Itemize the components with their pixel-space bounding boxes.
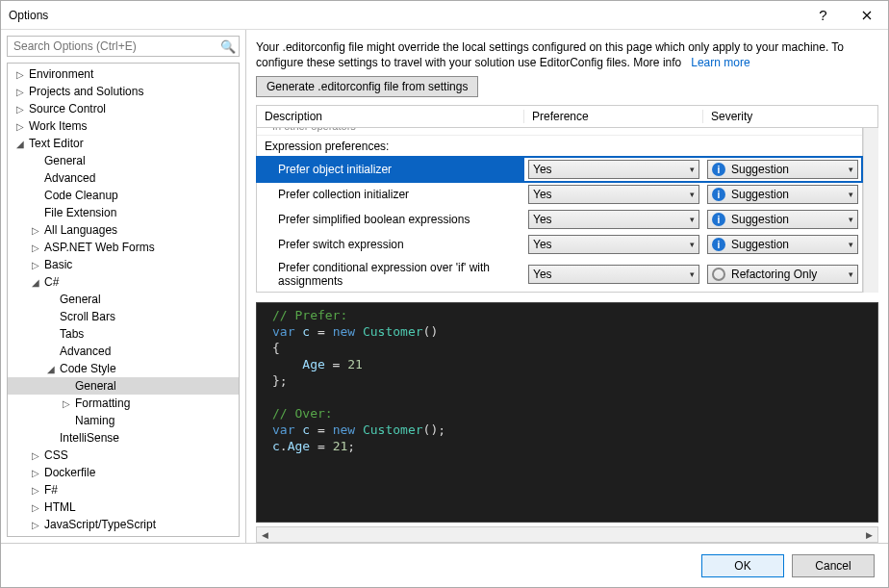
tree-item[interactable]: ▷Formatting (8, 395, 239, 412)
ok-button[interactable]: OK (701, 554, 784, 577)
severity-combo[interactable]: Refactoring Only▾ (707, 265, 858, 284)
options-tree[interactable]: ▷Environment▷Projects and Solutions▷Sour… (7, 63, 240, 537)
tree-item-label: General (73, 379, 116, 393)
tree-item[interactable]: ▷Basic (8, 256, 239, 273)
settings-grid: In other operators Expression preference… (256, 128, 863, 293)
col-preference[interactable]: Preference (524, 110, 703, 123)
severity-combo[interactable]: iSuggestion▾ (707, 185, 858, 204)
learn-more-link[interactable]: Learn more (691, 56, 749, 69)
tree-item[interactable]: ▷Projects and Solutions (8, 83, 239, 100)
tree-item[interactable]: ▷Source Control (8, 100, 239, 117)
tree-item[interactable]: ▷Work Items (8, 117, 239, 135)
tree-twisty-icon[interactable]: ▷ (29, 225, 42, 236)
combo-value: Yes (533, 188, 552, 201)
severity-combo[interactable]: iSuggestion▾ (707, 235, 858, 254)
tree-item[interactable]: Code Cleanup (8, 187, 239, 204)
settings-row[interactable]: Prefer switch expressionYes▾iSuggestion▾ (257, 232, 862, 257)
tree-twisty-icon[interactable]: ◢ (29, 277, 42, 288)
chevron-down-icon: ▾ (849, 190, 853, 199)
combo-value: Suggestion (731, 163, 789, 176)
settings-row[interactable]: Prefer simplified boolean expressionsYes… (257, 207, 862, 232)
search-icon[interactable]: 🔍 (217, 39, 239, 54)
help-button[interactable]: ? (801, 1, 845, 30)
preference-combo[interactable]: Yes▾ (528, 185, 699, 204)
tree-item-label: File Extension (42, 206, 116, 219)
tree-item[interactable]: ◢Code Style (8, 360, 239, 377)
tree-item[interactable]: ▷CSS (8, 447, 239, 464)
settings-row[interactable]: Prefer conditional expression over 'if' … (257, 257, 862, 292)
severity-combo[interactable]: iSuggestion▾ (707, 160, 858, 179)
tree-item[interactable]: Tabs (8, 325, 239, 343)
col-description[interactable]: Description (257, 110, 524, 123)
settings-row[interactable]: Prefer collection initializerYes▾iSugges… (257, 182, 862, 207)
tree-twisty-icon[interactable]: ▷ (29, 260, 42, 270)
tree-item-label: General (42, 154, 86, 167)
tree-item[interactable]: File Extension (8, 204, 239, 221)
tree-item[interactable]: Advanced (8, 169, 239, 187)
close-button[interactable] (845, 1, 888, 30)
tree-item[interactable]: ◢Text Editor (8, 135, 239, 152)
tree-item-label: Code Cleanup (42, 189, 118, 202)
tree-twisty-icon[interactable]: ▷ (29, 468, 42, 478)
tree-item-label: ASP.NET Web Forms (42, 241, 155, 254)
tree-item[interactable]: ▷Environment (8, 65, 239, 83)
tree-item-label: Scroll Bars (58, 310, 115, 323)
tree-twisty-icon[interactable]: ▷ (29, 450, 42, 461)
window-title: Options (9, 9, 801, 22)
preference-combo[interactable]: Yes▾ (528, 265, 699, 284)
tree-twisty-icon[interactable]: ▷ (29, 243, 42, 253)
info-text: Your .editorconfig file might override t… (256, 39, 878, 70)
tree-item[interactable]: ▷ASP.NET Web Forms (8, 239, 239, 256)
tree-item[interactable]: General (8, 291, 239, 308)
tree-item-label: Source Control (27, 102, 106, 115)
tree-item[interactable]: ◢C# (8, 273, 239, 291)
tree-twisty-icon[interactable]: ▷ (13, 87, 27, 97)
preference-combo[interactable]: Yes▾ (528, 210, 699, 229)
scroll-right-icon[interactable]: ▶ (861, 527, 877, 542)
search-input[interactable] (8, 39, 217, 53)
tree-twisty-icon[interactable]: ▷ (29, 502, 42, 513)
tree-twisty-icon[interactable]: ▷ (13, 104, 27, 115)
tree-item[interactable]: Advanced (8, 343, 239, 360)
combo-value: Suggestion (731, 188, 789, 201)
preference-combo[interactable]: Yes▾ (528, 235, 699, 254)
tree-twisty-icon[interactable]: ▷ (13, 69, 27, 80)
tree-twisty-icon[interactable]: ◢ (13, 139, 27, 149)
grid-vertical-scrollbar[interactable] (863, 128, 878, 293)
tree-item[interactable]: ▷Dockerfile (8, 464, 239, 481)
close-icon (862, 11, 872, 20)
tree-item[interactable]: IntelliSense (8, 429, 239, 447)
tree-item-label: All Languages (42, 223, 117, 237)
tree-item-label: CSS (42, 448, 68, 462)
tree-item[interactable]: General (8, 152, 239, 169)
tree-item[interactable]: Scroll Bars (8, 308, 239, 325)
cancel-button[interactable]: Cancel (792, 554, 875, 577)
row-description: Prefer simplified boolean expressions (257, 207, 524, 232)
tree-twisty-icon[interactable]: ▷ (29, 485, 42, 496)
tree-twisty-icon[interactable]: ▷ (60, 398, 73, 409)
generate-editorconfig-button[interactable]: Generate .editorconfig file from setting… (256, 76, 478, 97)
tree-twisty-icon[interactable]: ◢ (44, 364, 58, 374)
col-severity[interactable]: Severity (703, 110, 877, 123)
tree-item[interactable]: ▷JavaScript/TypeScript (8, 516, 239, 533)
tree-item-label: F# (42, 483, 58, 497)
tree-item[interactable]: ▷All Languages (8, 221, 239, 239)
code-preview: // Prefer: var c = new Customer() { Age … (256, 302, 878, 523)
chevron-down-icon: ▾ (849, 240, 853, 249)
tree-twisty-icon[interactable]: ▷ (29, 520, 42, 530)
severity-icon (712, 268, 725, 281)
horizontal-scrollbar[interactable]: ◀ ▶ (256, 526, 878, 543)
tree-item[interactable]: ▷HTML (8, 499, 239, 516)
tree-item[interactable]: Naming (8, 412, 239, 429)
search-box[interactable]: 🔍 (7, 36, 240, 57)
tree-twisty-icon[interactable]: ▷ (13, 121, 27, 132)
chevron-down-icon: ▾ (690, 215, 695, 224)
combo-value: Yes (533, 238, 552, 251)
scroll-left-icon[interactable]: ◀ (257, 527, 273, 542)
settings-row[interactable]: Prefer object initializerYes▾iSuggestion… (257, 157, 862, 182)
tree-item[interactable]: General (8, 377, 239, 395)
preference-combo[interactable]: Yes▾ (528, 160, 699, 179)
severity-combo[interactable]: iSuggestion▾ (707, 210, 858, 229)
chevron-down-icon: ▾ (690, 190, 695, 199)
tree-item[interactable]: ▷F# (8, 481, 239, 499)
